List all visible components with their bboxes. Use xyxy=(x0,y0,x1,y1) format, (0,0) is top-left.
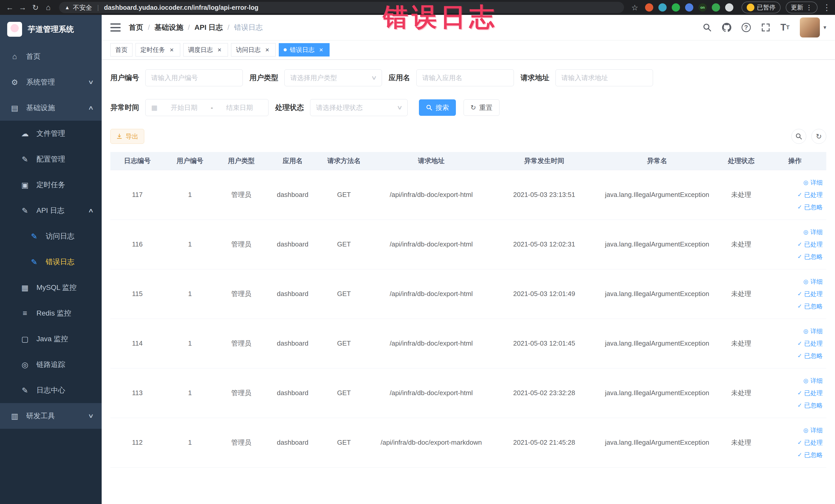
search-toggle-button[interactable] xyxy=(791,129,806,144)
detail-link[interactable]: ◎详细 xyxy=(767,176,823,189)
browser-home-icon[interactable]: ⌂ xyxy=(43,2,54,13)
check-icon: ✓ xyxy=(797,449,802,461)
detail-link[interactable]: ◎详细 xyxy=(767,424,823,437)
tab-2[interactable]: 调度日志× xyxy=(183,43,228,57)
mark-processed-link[interactable]: ✓已处理 xyxy=(767,387,823,399)
mark-ignored-link[interactable]: ✓已忽略 xyxy=(767,300,823,313)
mark-processed-link[interactable]: ✓已处理 xyxy=(767,238,823,250)
search-button[interactable]: 搜索 xyxy=(419,99,456,116)
tab-3[interactable]: 访问日志× xyxy=(231,43,276,57)
app-logo[interactable]: 芋道管理系统 xyxy=(0,15,102,44)
cell-method: GET xyxy=(318,418,370,467)
user-type-placeholder: 请选择用户类型 xyxy=(290,74,337,82)
cell-method: GET xyxy=(318,269,370,319)
mark-ignored-link[interactable]: ✓已忽略 xyxy=(767,449,823,461)
sidebar-item-dev-tools[interactable]: ▥研发工具∨ xyxy=(0,403,102,429)
sidebar-item-config-manage[interactable]: ✎配置管理 xyxy=(0,146,102,172)
header-search-icon[interactable] xyxy=(702,23,712,32)
user-type-select[interactable]: 请选择用户类型 ∨ xyxy=(284,69,382,86)
column-header: 日志编号 xyxy=(110,152,164,170)
reload-icon[interactable]: ↻ xyxy=(30,2,41,13)
close-icon[interactable]: × xyxy=(318,46,325,54)
sidebar-item-file-manage[interactable]: ☁文件管理 xyxy=(0,121,102,146)
mark-processed-link[interactable]: ✓已处理 xyxy=(767,189,823,201)
mysql-monitor-icon: ▦ xyxy=(20,283,30,292)
sidebar-item-infrastructure[interactable]: ▤基础设施∧ xyxy=(0,95,102,121)
github-icon[interactable] xyxy=(722,23,731,32)
sidebar-item-gear[interactable]: ⚙系统管理∨ xyxy=(0,69,102,95)
user-id-input[interactable] xyxy=(145,69,243,86)
request-url-input[interactable] xyxy=(555,69,653,86)
exception-time-range-picker[interactable]: ▦ 开始日期 - 结束日期 xyxy=(145,99,268,116)
chevron-up-icon: ∧ xyxy=(88,104,94,111)
bookmark-star-icon[interactable]: ☆ xyxy=(629,2,640,13)
breadcrumb-home[interactable]: 首页 xyxy=(129,23,143,32)
font-size-icon[interactable]: TT xyxy=(780,22,790,33)
update-button[interactable]: 更新 ⋮ xyxy=(786,2,817,13)
extension-icon-leaf[interactable] xyxy=(712,3,720,12)
sidebar-item-home[interactable]: ⌂首页 xyxy=(0,44,102,69)
close-icon[interactable]: × xyxy=(168,46,175,54)
export-button[interactable]: 导出 xyxy=(110,129,144,144)
browser-menu-icon[interactable]: ⋮ xyxy=(823,3,831,12)
logo-image xyxy=(7,22,22,37)
table-refresh-button[interactable]: ↻ xyxy=(811,129,826,144)
help-icon[interactable]: ? xyxy=(741,23,751,32)
mark-processed-link[interactable]: ✓已处理 xyxy=(767,437,823,449)
extension-icon-teal[interactable] xyxy=(658,3,667,12)
table-toolbar: 导出 ↻ xyxy=(110,129,826,144)
sidebar-item-mysql-monitor[interactable]: ▦MySQL 监控 xyxy=(0,275,102,300)
mark-ignored-link[interactable]: ✓已忽略 xyxy=(767,350,823,362)
action-label: 已处理 xyxy=(804,437,823,449)
extension-icon-on-badge[interactable]: on xyxy=(698,3,707,12)
forward-icon[interactable]: → xyxy=(17,2,28,13)
check-icon: ✓ xyxy=(797,437,802,449)
extension-icon-blue[interactable] xyxy=(685,3,693,12)
mark-ignored-link[interactable]: ✓已忽略 xyxy=(767,250,823,263)
tab-0[interactable]: 首页 xyxy=(110,43,133,57)
close-icon[interactable]: × xyxy=(264,46,271,54)
breadcrumb-infrastructure[interactable]: 基础设施 xyxy=(155,23,183,32)
sidebar-item-access-log[interactable]: ✎访问日志 xyxy=(0,223,102,249)
detail-link[interactable]: ◎详细 xyxy=(767,375,823,387)
mark-processed-link[interactable]: ✓已处理 xyxy=(767,288,823,300)
cell-actions: ◎详细✓已处理✓已忽略 xyxy=(763,319,826,368)
mark-ignored-link[interactable]: ✓已忽略 xyxy=(767,399,823,411)
sidebar-item-error-log[interactable]: ✎错误日志 xyxy=(0,249,102,275)
table-row: 1161管理员dashboardGET/api/infra/db-doc/exp… xyxy=(110,220,826,269)
check-icon: ✓ xyxy=(797,189,802,201)
sidebar-item-redis-monitor[interactable]: ≡Redis 监控 xyxy=(0,300,102,326)
extension-icon-green[interactable] xyxy=(672,3,680,12)
reset-button[interactable]: ↻ 重置 xyxy=(464,99,500,116)
extension-icon-paw[interactable] xyxy=(725,3,733,12)
close-icon[interactable]: × xyxy=(216,46,223,54)
tab-1[interactable]: 定时任务× xyxy=(136,43,180,57)
sidebar-item-api-log[interactable]: ✎API 日志∧ xyxy=(0,198,102,223)
sidebar-item-scheduled-job[interactable]: ▣定时任务 xyxy=(0,172,102,198)
hamburger-icon[interactable] xyxy=(110,23,121,32)
extension-icon-orange[interactable] xyxy=(645,3,653,12)
fullscreen-icon[interactable] xyxy=(761,23,770,32)
cell-log-id: 116 xyxy=(110,220,164,269)
sidebar-item-trace[interactable]: ◎链路追踪 xyxy=(0,352,102,378)
address-bar[interactable]: ▲ 不安全 | dashboard.yudao.iocoder.cn/infra… xyxy=(59,2,624,13)
process-status-select[interactable]: 请选择处理状态 ∨ xyxy=(310,99,408,116)
cell-user-type: 管理员 xyxy=(216,368,267,418)
back-icon[interactable]: ← xyxy=(4,2,15,13)
sidebar-item-java-monitor[interactable]: ▢Java 监控 xyxy=(0,326,102,352)
detail-link[interactable]: ◎详细 xyxy=(767,226,823,238)
action-label: 详细 xyxy=(810,176,823,189)
breadcrumb-api-log[interactable]: API 日志 xyxy=(195,23,223,32)
calendar-icon: ▦ xyxy=(151,104,158,112)
sidebar-item-log-center[interactable]: ✎日志中心 xyxy=(0,378,102,403)
column-header: 用户编号 xyxy=(164,152,216,170)
cell-user-id: 1 xyxy=(164,170,216,220)
mark-ignored-link[interactable]: ✓已忽略 xyxy=(767,201,823,213)
app-name-input[interactable] xyxy=(416,69,514,86)
mark-processed-link[interactable]: ✓已处理 xyxy=(767,337,823,350)
paused-badge[interactable]: 已暂停 xyxy=(741,2,780,13)
user-menu[interactable]: ▾ xyxy=(800,18,826,38)
detail-link[interactable]: ◎详细 xyxy=(767,325,823,337)
detail-link[interactable]: ◎详细 xyxy=(767,276,823,288)
tab-4[interactable]: 错误日志× xyxy=(279,43,330,57)
